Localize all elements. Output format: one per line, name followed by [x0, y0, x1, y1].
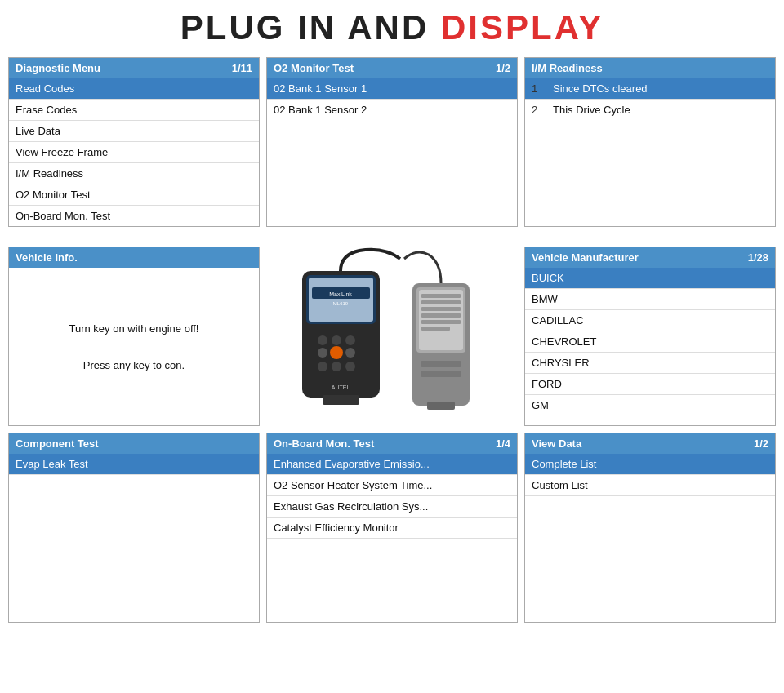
svg-point-7 — [318, 335, 327, 345]
onboard-mon-test-page: 1/4 — [496, 438, 510, 450]
hero-title: PLUG IN AND DISPLAY — [8, 8, 776, 47]
svg-text:ML619: ML619 — [333, 301, 349, 306]
onboard-mon-test-header: On-Board Mon. Test 1/4 — [267, 433, 517, 454]
vehicle-manufacturer-page: 1/28 — [748, 251, 768, 264]
svg-point-8 — [332, 335, 341, 345]
diagnostic-menu-page: 1/11 — [232, 62, 252, 74]
o2-monitor-item-bank1-sensor2[interactable]: 02 Bank 1 Sensor 2 — [267, 100, 517, 120]
im-readiness-panel: I/M Readiness 1 Since DTCs cleared 2 Thi… — [524, 57, 776, 227]
svg-text:MaxiLink: MaxiLink — [329, 291, 352, 297]
o2-monitor-test-header: O2 Monitor Test 1/2 — [267, 58, 517, 78]
vm-item-buick[interactable]: BUICK — [525, 268, 775, 289]
component-test-title: Component Test — [16, 438, 99, 450]
diagnostic-menu-item-onboard-mon-test[interactable]: On-Board Mon. Test — [9, 206, 259, 226]
svg-point-10 — [318, 348, 327, 358]
onboard-mon-test-panel: On-Board Mon. Test 1/4 Enhanced Evaporat… — [266, 433, 518, 623]
o2-monitor-item-bank1-sensor1[interactable]: 02 Bank 1 Sensor 1 — [267, 78, 517, 100]
diagnostic-menu-item-o2-monitor-test[interactable]: O2 Monitor Test — [9, 184, 259, 206]
vehicle-info-body: Turn key on with engine off! Press any k… — [9, 268, 259, 425]
view-data-page: 1/2 — [754, 438, 768, 450]
ct-item-evap-leak[interactable]: Evap Leak Test — [9, 454, 259, 475]
im-readiness-item-drive-cycle[interactable]: 2 This Drive Cycle — [525, 100, 775, 120]
vm-item-ford[interactable]: FORD — [525, 374, 775, 395]
vm-item-chevrolet[interactable]: CHEVROLET — [525, 331, 775, 353]
vehicle-manufacturer-title: Vehicle Manufacturer — [532, 251, 639, 264]
diagnostic-menu-header: Diagnostic Menu 1/11 — [9, 58, 259, 78]
svg-rect-24 — [421, 320, 461, 324]
omt-empty — [267, 539, 517, 588]
svg-rect-2 — [309, 278, 373, 322]
im-readiness-header: I/M Readiness — [525, 58, 775, 78]
o2-monitor-test-title: O2 Monitor Test — [274, 62, 354, 74]
component-test-empty2 — [9, 524, 259, 573]
svg-rect-21 — [421, 300, 461, 304]
diagnostic-menu-item-im-readiness[interactable]: I/M Readiness — [9, 163, 259, 184]
view-data-empty2 — [525, 545, 775, 594]
diagnostic-menu-item-view-freeze-frame[interactable]: View Freeze Frame — [9, 142, 259, 163]
vehicle-info-text1: Turn key on with engine off! — [69, 322, 199, 335]
svg-point-13 — [318, 362, 327, 371]
title-prefix: PLUG IN AND — [180, 8, 441, 47]
svg-point-11 — [330, 346, 343, 359]
omt-item-enhanced-evap[interactable]: Enhanced Evaporative Emissio... — [267, 454, 517, 475]
vm-item-gm[interactable]: GM — [525, 395, 775, 415]
svg-rect-25 — [421, 327, 450, 331]
svg-rect-27 — [421, 371, 461, 377]
vm-item-bmw[interactable]: BMW — [525, 289, 775, 310]
device-svg: MaxiLink ML619 AUTEL — [278, 247, 506, 426]
component-test-header: Component Test — [9, 433, 259, 454]
svg-rect-28 — [427, 402, 455, 410]
diagnostic-menu-panel: Diagnostic Menu 1/11 Read Codes Erase Co… — [8, 57, 260, 227]
component-test-panel: Component Test Evap Leak Test — [8, 433, 260, 623]
diagnostic-menu-item-live-data[interactable]: Live Data — [9, 121, 259, 142]
vm-item-cadillac[interactable]: CADILLAC — [525, 310, 775, 331]
diagnostic-menu-item-read-codes[interactable]: Read Codes — [9, 78, 259, 100]
component-test-empty — [9, 475, 259, 524]
svg-point-15 — [345, 362, 355, 371]
device-image: MaxiLink ML619 AUTEL — [266, 247, 518, 426]
svg-rect-23 — [421, 313, 461, 318]
svg-text:AUTEL: AUTEL — [332, 384, 350, 390]
o2-monitor-test-panel: O2 Monitor Test 1/2 02 Bank 1 Sensor 1 0… — [266, 57, 518, 227]
diagnostic-menu-title: Diagnostic Menu — [16, 62, 100, 74]
svg-point-9 — [345, 335, 355, 345]
diagnostic-menu-item-erase-codes[interactable]: Erase Codes — [9, 100, 259, 121]
vm-item-chrysler[interactable]: CHRYSLER — [525, 353, 775, 374]
title-highlight: DISPLAY — [441, 8, 604, 47]
svg-point-12 — [345, 348, 355, 358]
omt-item-exhaust-gas[interactable]: Exhaust Gas Recirculation Sys... — [267, 496, 517, 518]
onboard-mon-test-title: On-Board Mon. Test — [274, 438, 374, 450]
view-data-empty — [525, 496, 775, 545]
svg-rect-26 — [421, 361, 461, 367]
im-readiness-item-since-dtcs[interactable]: 1 Since DTCs cleared — [525, 78, 775, 100]
vehicle-manufacturer-header: Vehicle Manufacturer 1/28 — [525, 247, 775, 268]
svg-rect-22 — [421, 307, 461, 311]
svg-rect-16 — [323, 395, 359, 405]
vehicle-info-header: Vehicle Info. — [9, 247, 259, 268]
view-data-panel: View Data 1/2 Complete List Custom List — [524, 433, 776, 623]
vehicle-info-text2: Press any key to con. — [83, 359, 185, 371]
vehicle-info-title: Vehicle Info. — [16, 251, 78, 264]
vehicle-manufacturer-panel: Vehicle Manufacturer 1/28 BUICK BMW CADI… — [524, 247, 776, 426]
vd-item-custom-list[interactable]: Custom List — [525, 475, 775, 496]
component-test-empty3 — [9, 573, 259, 622]
view-data-header: View Data 1/2 — [525, 433, 775, 454]
im-readiness-title: I/M Readiness — [532, 62, 603, 74]
omt-item-o2-heater[interactable]: O2 Sensor Heater System Time... — [267, 475, 517, 496]
vehicle-info-panel: Vehicle Info. Turn key on with engine of… — [8, 247, 260, 426]
svg-rect-20 — [421, 294, 461, 298]
o2-monitor-test-page: 1/2 — [496, 62, 510, 74]
omt-item-catalyst[interactable]: Catalyst Efficiency Monitor — [267, 518, 517, 539]
svg-point-14 — [332, 362, 341, 371]
view-data-title: View Data — [532, 438, 581, 450]
vd-item-complete-list[interactable]: Complete List — [525, 454, 775, 475]
